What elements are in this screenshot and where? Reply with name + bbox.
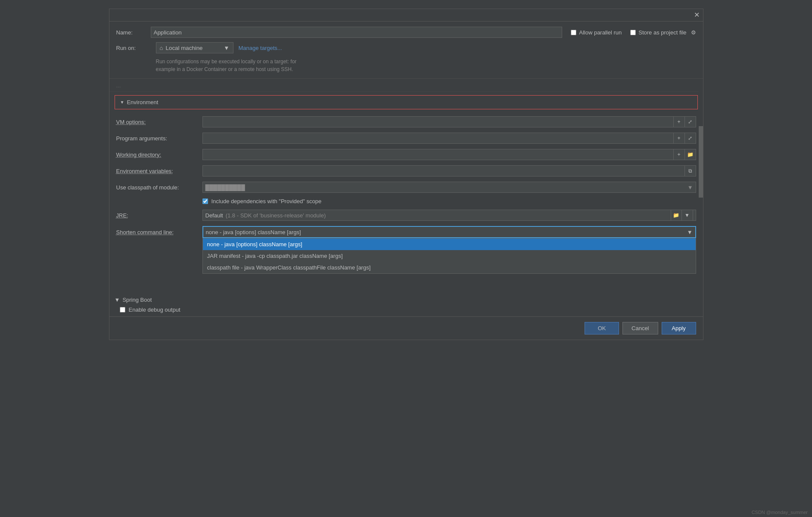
include-deps-checkbox[interactable] bbox=[202, 198, 208, 204]
footer: OK Cancel Apply bbox=[109, 316, 703, 340]
env-vars-row: Environment variables: ⧉ bbox=[116, 165, 696, 176]
main-scroll-area: ... ▼ Environment VM options: + ⤢ bbox=[109, 79, 703, 316]
environment-section-header[interactable]: ▼ Environment bbox=[115, 95, 698, 109]
include-deps-label: Include dependencies with "Provided" sco… bbox=[212, 198, 322, 204]
shorten-cmd-label: Shorten command line: bbox=[116, 229, 202, 235]
enable-debug-checkbox[interactable] bbox=[120, 307, 125, 313]
name-label: Name: bbox=[116, 29, 151, 36]
apply-button[interactable]: Apply bbox=[662, 322, 696, 334]
program-args-label: Program arguments: bbox=[116, 135, 202, 142]
spring-boot-section-header[interactable]: ▼ Spring Boot bbox=[115, 297, 698, 303]
ok-button[interactable]: OK bbox=[585, 322, 619, 334]
working-dir-folder-btn[interactable]: 📁 bbox=[685, 149, 696, 160]
dropdown-item-jar-label: JAR manifest - java -cp classpath.jar cl… bbox=[207, 253, 343, 259]
jre-default-text: Default bbox=[205, 212, 223, 219]
vm-options-input-wrapper: + ⤢ bbox=[202, 116, 696, 127]
jre-label: JRE: bbox=[116, 212, 202, 219]
shorten-cmd-dropdown-list: none - java [options] className [args] J… bbox=[202, 238, 696, 274]
enable-debug-label: Enable debug output bbox=[129, 306, 180, 313]
run-config-dialog: ✕ Name: Allow parallel run Store as proj… bbox=[109, 9, 703, 340]
env-vars-label: Environment variables: bbox=[116, 168, 202, 174]
env-vars-input-wrapper: ⧉ bbox=[202, 165, 696, 176]
jre-hint-text: (1.8 - SDK of 'business-release' module) bbox=[226, 212, 326, 219]
allow-parallel-label: Allow parallel run bbox=[579, 29, 622, 36]
classpath-label: Use classpath of module: bbox=[116, 184, 202, 191]
working-dir-label: Working directory: bbox=[116, 152, 202, 158]
title-bar: ✕ bbox=[109, 9, 703, 22]
spring-boot-section: ▼ Spring Boot Enable debug output bbox=[109, 293, 703, 316]
working-dir-row: Working directory: + 📁 bbox=[116, 149, 696, 160]
env-vars-input[interactable] bbox=[202, 165, 685, 176]
allow-parallel-row: Allow parallel run bbox=[571, 29, 622, 36]
store-project-row: Store as project file ⚙ bbox=[630, 29, 696, 36]
spring-boot-arrow-icon: ▼ bbox=[115, 297, 120, 303]
program-args-row: Program arguments: + ⤢ bbox=[116, 133, 696, 144]
vm-options-input[interactable] bbox=[202, 116, 674, 127]
store-project-gear-icon: ⚙ bbox=[691, 29, 696, 36]
shorten-cmd-dropdown[interactable]: none - java [options] className [args] ▼ bbox=[202, 226, 696, 238]
jre-dropdown[interactable]: Default (1.8 - SDK of 'business-release'… bbox=[202, 210, 696, 221]
spring-boot-title: Spring Boot bbox=[122, 297, 152, 303]
allow-parallel-checkbox[interactable] bbox=[571, 30, 576, 35]
shorten-cmd-arrow-icon: ▼ bbox=[687, 229, 693, 235]
classpath-row: Use classpath of module: ██████████ ▼ bbox=[116, 182, 696, 193]
run-on-dropdown[interactable]: ⌂ Local machine ▼ bbox=[156, 42, 233, 53]
run-on-value: Local machine bbox=[166, 45, 203, 51]
environment-section-content: VM options: + ⤢ Program arguments: + ⤢ bbox=[109, 113, 703, 241]
program-args-expand-btn[interactable]: ⤢ bbox=[685, 133, 696, 144]
name-input[interactable] bbox=[151, 27, 563, 38]
scrollbar-thumb[interactable] bbox=[699, 126, 703, 198]
classpath-dropdown[interactable]: ██████████ ▼ bbox=[202, 182, 696, 193]
dropdown-item-none[interactable]: none - java [options] className [args] bbox=[203, 238, 696, 250]
manage-targets-link[interactable]: Manage targets... bbox=[239, 45, 282, 51]
program-args-input-wrapper: + ⤢ bbox=[202, 133, 696, 144]
header-right: Allow parallel run Store as project file… bbox=[571, 29, 696, 36]
header-area: Name: Allow parallel run Store as projec… bbox=[109, 22, 703, 79]
jre-row: JRE: Default (1.8 - SDK of 'business-rel… bbox=[116, 210, 696, 221]
shorten-cmd-row: Shorten command line: none - java [optio… bbox=[116, 226, 696, 238]
dropdown-item-classpath[interactable]: classpath file - java WrapperClass class… bbox=[203, 262, 696, 273]
dropdown-item-classpath-label: classpath file - java WrapperClass class… bbox=[207, 264, 371, 271]
jre-folder-btn[interactable]: 📁 bbox=[671, 210, 682, 221]
vm-options-plus-btn[interactable]: + bbox=[674, 116, 685, 127]
vm-options-expand-btn[interactable]: ⤢ bbox=[685, 116, 696, 127]
environment-section: ▼ Environment VM options: + ⤢ Program ar… bbox=[109, 95, 703, 241]
env-vars-copy-btn[interactable]: ⧉ bbox=[685, 165, 696, 176]
working-dir-plus-btn[interactable]: + bbox=[674, 149, 685, 160]
run-on-label: Run on: bbox=[116, 45, 151, 51]
cancel-button[interactable]: Cancel bbox=[622, 322, 658, 334]
run-on-arrow-icon: ▼ bbox=[224, 45, 229, 51]
dropdown-item-none-label: none - java [options] className [args] bbox=[207, 241, 302, 248]
dropdown-item-jar[interactable]: JAR manifest - java -cp classpath.jar cl… bbox=[203, 250, 696, 262]
working-dir-input[interactable] bbox=[202, 149, 674, 160]
environment-section-title: Environment bbox=[127, 99, 158, 105]
vm-options-row: VM options: + ⤢ bbox=[116, 116, 696, 127]
working-dir-input-wrapper: + 📁 bbox=[202, 149, 696, 160]
shorten-cmd-value: none - java [options] className [args] bbox=[206, 229, 301, 235]
hint-text: Run configurations may be executed local… bbox=[156, 58, 696, 73]
jre-arrow-btn[interactable]: ▼ bbox=[682, 210, 693, 221]
enable-debug-row: Enable debug output bbox=[120, 306, 698, 313]
classpath-value: ██████████ bbox=[205, 184, 245, 191]
scrollbar-track[interactable] bbox=[699, 79, 703, 316]
shorten-cmd-wrapper: none - java [options] className [args] ▼… bbox=[202, 226, 696, 238]
top-partial-section: ... bbox=[109, 79, 703, 92]
store-project-label: Store as project file bbox=[638, 29, 686, 36]
program-args-input[interactable] bbox=[202, 133, 674, 144]
name-row: Name: Allow parallel run Store as projec… bbox=[116, 27, 696, 38]
home-icon: ⌂ bbox=[160, 45, 163, 51]
environment-arrow-icon: ▼ bbox=[120, 100, 124, 105]
include-deps-row: Include dependencies with "Provided" sco… bbox=[202, 198, 696, 204]
classpath-dropdown-arrow: ▼ bbox=[688, 184, 693, 191]
vm-options-label: VM options: bbox=[116, 119, 202, 125]
run-on-row: Run on: ⌂ Local machine ▼ Manage targets… bbox=[116, 42, 696, 53]
close-button[interactable]: ✕ bbox=[694, 12, 700, 19]
program-args-plus-btn[interactable]: + bbox=[674, 133, 685, 144]
watermark: CSDN @monday_summer bbox=[752, 510, 808, 515]
store-project-checkbox[interactable] bbox=[630, 30, 636, 35]
